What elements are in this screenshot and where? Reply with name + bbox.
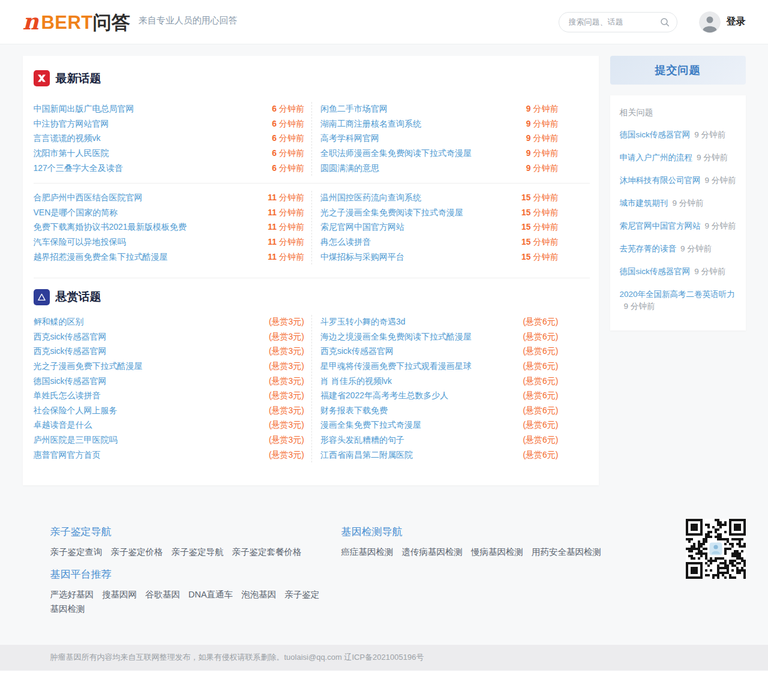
related-question-link[interactable]: 索尼官网中国官方网站 bbox=[620, 221, 701, 230]
topic-link[interactable]: 127个三叠字大全及读音 bbox=[34, 163, 123, 174]
footer-group-heading: 基因检测导航 bbox=[341, 525, 686, 539]
topic-link[interactable]: 圆圆满满的意思 bbox=[320, 163, 379, 174]
footer-link[interactable]: DNA直通车 bbox=[188, 587, 233, 602]
bounty-amount: (悬赏6元) bbox=[523, 332, 558, 343]
bounty-group: 鲆和鲽的区别 (悬赏3元) 西克sick传感器官网 (悬赏3元) 西克sick传… bbox=[34, 314, 590, 470]
related-question-link[interactable]: 申请入户广州的流程 bbox=[620, 153, 693, 162]
bounty-topic-link[interactable]: 斗罗玉转小舞的奇遇3d bbox=[320, 317, 406, 328]
bounty-topic-link[interactable]: 鲆和鲽的区别 bbox=[34, 317, 84, 328]
submit-question-button[interactable]: 提交问题 bbox=[610, 56, 746, 85]
topic-link[interactable]: 冉怎么读拼音 bbox=[320, 237, 371, 248]
topic-link[interactable]: 索尼官网中国官方网站 bbox=[320, 222, 404, 233]
bounty-topic-link[interactable]: 福建省2022年高考考生总数多少人 bbox=[320, 390, 448, 401]
bounty-topic-link[interactable]: 西克sick传感器官网 bbox=[34, 332, 107, 343]
bounty-topic-link[interactable]: 形容头发乱糟糟的句子 bbox=[320, 435, 404, 446]
topic-link[interactable]: 汽车保险可以异地投保吗 bbox=[34, 237, 126, 248]
site-logo[interactable]: n BERT 问答 bbox=[23, 12, 130, 32]
topic-time: 9分钟前 bbox=[526, 163, 559, 174]
footer-link[interactable]: 亲子鉴定价格 bbox=[111, 545, 163, 559]
footer-link[interactable]: 癌症基因检测 bbox=[341, 545, 394, 559]
footer-link-list: 癌症基因检测遗传病基因检测慢病基因检测用药安全基因检测 bbox=[341, 545, 686, 559]
bounty-amount: (悬赏6元) bbox=[523, 450, 558, 461]
topic-row: 高考学科网官网 9分钟前 bbox=[320, 131, 559, 146]
topic-link[interactable]: 合肥庐州中西医结合医院官网 bbox=[34, 193, 143, 203]
topic-link[interactable]: 中国新闻出版广电总局官网 bbox=[34, 104, 134, 115]
search-input[interactable] bbox=[569, 17, 660, 26]
bounty-amount: (悬赏6元) bbox=[523, 361, 558, 372]
topic-link[interactable]: 湖南工商注册核名查询系统 bbox=[320, 119, 421, 130]
bounty-topic-link[interactable]: 卓越读音是什么 bbox=[34, 420, 92, 431]
topic-link[interactable]: 全职法师漫画全集免费阅读下拉式奇漫屋 bbox=[320, 148, 472, 159]
footer-link[interactable]: 慢病基因检测 bbox=[471, 545, 523, 559]
footer-link[interactable]: 泡泡基因 bbox=[241, 587, 276, 602]
bounty-amount: (悬赏3元) bbox=[269, 346, 304, 357]
topic-link[interactable]: 中注协官方网站官网 bbox=[34, 119, 109, 130]
related-question-link[interactable]: 去芜存菁的读音 bbox=[620, 244, 677, 253]
login-button[interactable]: 登录 bbox=[727, 16, 746, 28]
footer-link[interactable]: 搜基因网 bbox=[102, 587, 137, 602]
bounty-row: 庐州医院是三甲医院吗 (悬赏3元) bbox=[34, 433, 305, 448]
footer-link[interactable]: 严选好基因 bbox=[50, 587, 94, 602]
avatar-person-icon[interactable] bbox=[699, 11, 721, 33]
related-item: 德国sick传感器官网9 分钟前 bbox=[620, 266, 736, 278]
topic-row: 中注协官方网站官网 6分钟前 bbox=[34, 117, 305, 132]
bounty-topic-link[interactable]: 星甲魂将传漫画免费下拉式观看漫画星球 bbox=[320, 361, 472, 372]
related-question-link[interactable]: 德国sick传感器官网 bbox=[620, 267, 691, 276]
topic-row: 127个三叠字大全及读音 6分钟前 bbox=[34, 161, 305, 176]
footer-link[interactable]: 基因检测 bbox=[50, 602, 85, 616]
footer-nav-group: 亲子鉴定导航 亲子鉴定查询亲子鉴定价格亲子鉴定导航亲子鉴定套餐价格 bbox=[50, 525, 341, 559]
bounty-row: 肖 肖佳乐的视频lvk (悬赏6元) bbox=[320, 374, 559, 389]
bounty-topic-link[interactable]: 光之子漫画免费下拉式酷漫屋 bbox=[34, 361, 143, 372]
topic-link[interactable]: 闲鱼二手市场官网 bbox=[320, 104, 388, 115]
topic-link[interactable]: VEN是哪个国家的简称 bbox=[34, 208, 118, 218]
latest-group-2: 合肥庐州中西医结合医院官网 11分钟前 VEN是哪个国家的简称 11分钟前 免费… bbox=[34, 183, 590, 272]
footer-link[interactable]: 亲子鉴定查询 bbox=[50, 545, 103, 559]
topic-link[interactable]: 越界招惹漫画免费全集下拉式酷漫屋 bbox=[34, 252, 168, 263]
bottom-spacer bbox=[0, 671, 768, 700]
bounty-topic-link[interactable]: 西克sick传感器官网 bbox=[320, 346, 394, 357]
bounty-topic-link[interactable]: 漫画全集免费下拉式奇漫屋 bbox=[320, 420, 421, 431]
bounty-row: 星甲魂将传漫画免费下拉式观看漫画星球 (悬赏6元) bbox=[320, 359, 559, 374]
latest-topics-header: 最新话题 bbox=[34, 68, 590, 95]
bounty-row: 漫画全集免费下拉式奇漫屋 (悬赏6元) bbox=[320, 418, 559, 433]
bounty-topic-link[interactable]: 社会保险个人网上服务 bbox=[34, 405, 118, 416]
related-question-link[interactable]: 沐坤科技有限公司官网 bbox=[620, 176, 701, 185]
related-question-link[interactable]: 2020年全国新高考二卷英语听力 bbox=[620, 290, 735, 299]
bounty-topic-link[interactable]: 单姓氏怎么读拼音 bbox=[34, 390, 101, 401]
bounty-topic-link[interactable]: 江西省南昌第二附属医院 bbox=[320, 450, 413, 461]
related-questions-card: 相关问题 德国sick传感器官网9 分钟前 申请入户广州的流程9 分钟前 沐坤科… bbox=[610, 95, 746, 331]
topic-link[interactable]: 高考学科网官网 bbox=[320, 133, 379, 144]
latest-group-1: 中国新闻出版广电总局官网 6分钟前 中注协官方网站官网 6分钟前 言言谎谎的视频… bbox=[34, 95, 590, 183]
topic-link[interactable]: 沈阳市第十人民医院 bbox=[34, 148, 109, 159]
related-question-link[interactable]: 城市建筑期刊 bbox=[620, 199, 668, 208]
footer-link[interactable]: 谷歌基因 bbox=[145, 587, 180, 602]
bounty-amount: (悬赏6元) bbox=[523, 317, 558, 328]
topic-link[interactable]: 温州国控医药流向查询系统 bbox=[320, 193, 421, 203]
bounty-amount: (悬赏3元) bbox=[269, 450, 304, 461]
related-question-link[interactable]: 德国sick传感器官网 bbox=[620, 130, 691, 139]
bounty-amount: (悬赏3元) bbox=[269, 435, 304, 446]
footer-link[interactable]: 用药安全基因检测 bbox=[532, 545, 601, 559]
related-question-time: 9 分钟前 bbox=[705, 221, 736, 230]
topic-link[interactable]: 光之子漫画全集免费阅读下拉式奇漫屋 bbox=[320, 208, 463, 218]
footer-link[interactable]: 亲子鉴定 bbox=[284, 587, 319, 602]
bounty-topic-link[interactable]: 肖 肖佳乐的视频lvk bbox=[320, 376, 392, 387]
topic-link[interactable]: 言言谎谎的视频vk bbox=[34, 133, 101, 144]
footer-link[interactable]: 遗传病基因检测 bbox=[402, 545, 463, 559]
topic-row: 合肥庐州中西医结合医院官网 11分钟前 bbox=[34, 191, 305, 206]
topic-link[interactable]: 中煤招标与采购网平台 bbox=[320, 252, 404, 263]
sidebar: 提交问题 相关问题 德国sick传感器官网9 分钟前 申请入户广州的流程9 分钟… bbox=[610, 56, 746, 331]
footer-link[interactable]: 亲子鉴定套餐价格 bbox=[232, 545, 302, 559]
topic-link[interactable]: 免费下载离婚协议书2021最新版模板免费 bbox=[34, 222, 187, 233]
bounty-topic-link[interactable]: 海边之境漫画全集免费阅读下拉式酷漫屋 bbox=[320, 332, 472, 343]
bounty-amount: (悬赏3元) bbox=[269, 317, 304, 328]
search-box[interactable] bbox=[559, 12, 677, 32]
bounty-topic-link[interactable]: 惠普官网官方首页 bbox=[34, 450, 101, 461]
logo-text: BERT bbox=[41, 13, 92, 32]
footer-link[interactable]: 亲子鉴定导航 bbox=[172, 545, 224, 559]
search-icon[interactable] bbox=[660, 17, 670, 27]
bounty-topic-link[interactable]: 庐州医院是三甲医院吗 bbox=[34, 435, 118, 446]
bounty-topic-link[interactable]: 西克sick传感器官网 bbox=[34, 346, 107, 357]
bounty-topic-link[interactable]: 财务报表下载免费 bbox=[320, 405, 388, 416]
bounty-topic-link[interactable]: 德国sick传感器官网 bbox=[34, 376, 107, 387]
